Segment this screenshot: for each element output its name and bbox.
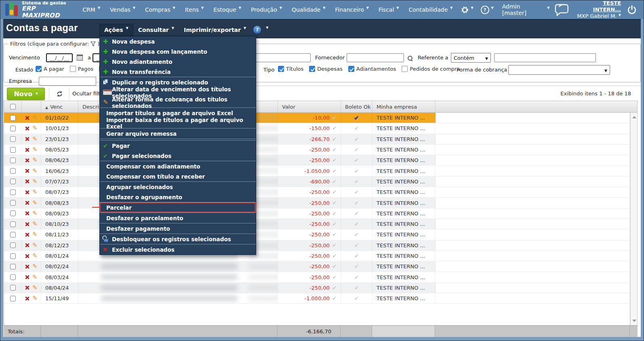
edit-row-icon[interactable]: [32, 274, 38, 280]
nav-menu-item[interactable]: Fiscal: [374, 0, 404, 19]
table-row[interactable]: 16/06/23 -1.050,00 TESTE INTERNO ...: [4, 166, 630, 176]
table-row[interactable]: 23/01/23 -266,70 TESTE INTERNO ...: [4, 134, 630, 145]
menu-item[interactable]: Excluir selecionados: [100, 244, 256, 255]
edit-row-icon[interactable]: [32, 242, 38, 248]
table-row[interactable]: 08/11/23 -250,00 TESTE INTERNO ...: [4, 229, 630, 240]
table-row[interactable]: 08/03/24 -250,00 TESTE INTERNO ...: [4, 272, 630, 282]
menu-item[interactable]: Pagar selecionados: [100, 151, 256, 161]
delete-row-icon[interactable]: [25, 211, 29, 215]
row-checkbox[interactable]: [10, 200, 16, 206]
edit-row-icon[interactable]: [32, 210, 38, 217]
edit-row-icon[interactable]: [32, 168, 38, 174]
delete-row-icon[interactable]: [25, 126, 29, 131]
user-company-link[interactable]: TESTE INTERN...: [575, 0, 621, 13]
referente-operator-select[interactable]: Contém: [451, 53, 491, 63]
edit-row-icon[interactable]: [32, 253, 38, 259]
row-checkbox[interactable]: [10, 126, 16, 131]
row-checkbox[interactable]: [10, 242, 16, 248]
delete-row-icon[interactable]: [25, 179, 29, 183]
delete-row-icon[interactable]: [25, 286, 29, 290]
fornecedor-input[interactable]: [347, 53, 404, 62]
nav-menu-item[interactable]: Estoque: [208, 0, 246, 19]
menu-item[interactable]: Parcelar: [100, 202, 256, 213]
nav-menu-item[interactable]: Compras: [140, 0, 180, 19]
nav-menu-item[interactable]: Qualidade: [287, 0, 330, 19]
row-checkbox[interactable]: [10, 274, 16, 280]
estado-option[interactable]: A pagar: [36, 66, 64, 72]
tipo-option[interactable]: Títulos: [278, 66, 303, 72]
delete-row-icon[interactable]: [25, 233, 29, 237]
forma-cobranca-select[interactable]: [508, 65, 610, 75]
column-header-boleto-ok[interactable]: Boleto Ok: [341, 101, 373, 112]
vencimento-from-input[interactable]: [46, 53, 73, 62]
row-checkbox[interactable]: [10, 136, 16, 142]
nav-menu-item[interactable]: Financeiro: [330, 0, 374, 19]
menu-item[interactable]: Nova despesa com lançamento: [100, 46, 256, 57]
search-icon[interactable]: [408, 56, 413, 61]
filters-legend[interactable]: Filtros (clique para configurar: ): [8, 41, 101, 47]
table-row[interactable]: 01/10/22 -10,00 TESTE INTERNO ...: [4, 113, 630, 123]
estado-option[interactable]: Pagos: [70, 66, 93, 72]
delete-row-icon[interactable]: [25, 169, 29, 173]
delete-row-icon[interactable]: [25, 265, 29, 269]
row-checkbox[interactable]: [10, 285, 16, 290]
table-row[interactable]: 08/12/23 -250,00 TESTE INTERNO ...: [4, 240, 630, 251]
vertical-scrollbar[interactable]: [630, 113, 637, 325]
column-header-valor[interactable]: Valor: [278, 101, 341, 112]
delete-row-icon[interactable]: [25, 254, 29, 258]
delete-row-icon[interactable]: [25, 190, 29, 194]
app-logo[interactable]: Sistema de gestão ERP MAXIPROD: [0, 1, 78, 19]
edit-row-icon[interactable]: [32, 157, 38, 163]
chevron-down-icon[interactable]: [266, 26, 268, 34]
empresa-input[interactable]: [39, 77, 96, 86]
menu-item[interactable]: Gerar arquivo remessa: [100, 128, 256, 139]
settings-menu[interactable]: [457, 0, 477, 19]
nav-menu-item[interactable]: Itens: [180, 0, 209, 19]
delete-row-icon[interactable]: [25, 201, 29, 205]
menu-item[interactable]: Compensar com título a receber: [100, 171, 256, 181]
tipo-option[interactable]: Despesas: [309, 66, 343, 72]
refresh-button[interactable]: [53, 89, 66, 99]
menu-acoes[interactable]: Ações: [99, 24, 133, 36]
delete-row-icon[interactable]: [25, 137, 29, 141]
edit-row-icon[interactable]: [32, 147, 38, 153]
admin-menu[interactable]: Admin [master]: [497, 0, 555, 19]
delete-row-icon[interactable]: [25, 158, 29, 162]
menu-item[interactable]: Nova transferência: [100, 67, 256, 77]
row-checkbox[interactable]: [10, 253, 16, 259]
edit-row-icon[interactable]: [32, 115, 38, 121]
edit-row-icon[interactable]: [32, 189, 38, 195]
menu-item[interactable]: Desfazer pagamento: [100, 223, 256, 234]
help-menu[interactable]: ?: [477, 0, 497, 19]
menu-item[interactable]: Importar baixa de títulos a pagar de arq…: [100, 118, 256, 128]
menu-item[interactable]: Desfazer o parcelamento: [100, 213, 256, 223]
edit-row-icon[interactable]: [32, 285, 38, 291]
edit-row-icon[interactable]: [32, 200, 38, 206]
menu-item[interactable]: Pagar: [100, 141, 256, 151]
edit-row-icon[interactable]: [32, 221, 38, 227]
menu-item[interactable]: Desbloquear os registros selecionados: [100, 234, 256, 244]
edit-row-icon[interactable]: [32, 179, 38, 185]
table-row[interactable]: 07/07/23 -690,00 TESTE INTERNO ...: [4, 177, 630, 187]
row-checkbox[interactable]: [10, 210, 16, 216]
row-checkbox[interactable]: [10, 168, 16, 174]
power-icon[interactable]: [627, 4, 637, 15]
row-checkbox[interactable]: [10, 158, 16, 163]
edit-row-icon[interactable]: [32, 125, 38, 131]
tipo-option[interactable]: Pedidos de compra: [402, 66, 460, 72]
delete-row-icon[interactable]: [25, 297, 29, 301]
menu-consultar[interactable]: Consultar: [133, 24, 179, 36]
delete-row-icon[interactable]: [25, 243, 29, 247]
nav-menu-item[interactable]: Contabilidade: [404, 0, 457, 19]
row-checkbox[interactable]: [10, 147, 16, 153]
edit-row-icon[interactable]: [32, 295, 38, 301]
novo-button[interactable]: Novo: [7, 88, 45, 100]
table-row[interactable]: 15/11/49 -1.000,00 TESTE INTERNO ...: [4, 293, 630, 304]
menu-imprimir-exportar[interactable]: Imprimir/exportar: [179, 24, 251, 36]
tipo-option[interactable]: Adiantamentos: [348, 66, 396, 72]
nav-menu-item[interactable]: CRM: [78, 0, 105, 19]
referente-input[interactable]: [494, 53, 596, 62]
delete-row-icon[interactable]: [25, 148, 29, 152]
menu-item[interactable]: Alterar forma de cobrança dos títulos se…: [100, 97, 256, 107]
row-checkbox[interactable]: [10, 179, 16, 184]
